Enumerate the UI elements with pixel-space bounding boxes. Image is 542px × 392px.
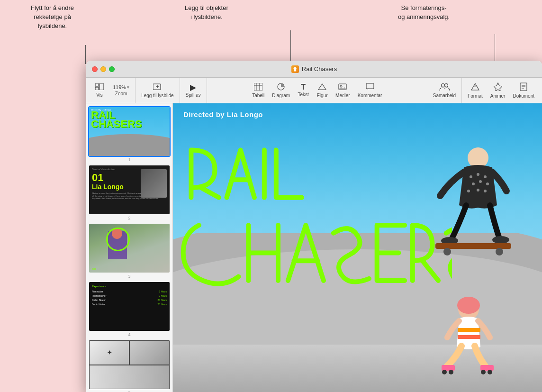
svg-rect-37 (458, 335, 480, 339)
tekst-button[interactable]: T Tekst (294, 82, 313, 99)
slide5-bg: ✦ (89, 340, 170, 389)
svg-point-30 (484, 190, 487, 192)
main-canvas: Directed by Lia Longo (173, 103, 542, 392)
girl-helmet (457, 297, 480, 314)
maximize-button[interactable] (109, 66, 115, 72)
svg-rect-0 (95, 83, 99, 86)
slide3-label: Title (92, 267, 96, 270)
toolbar-group-play: ▶ Spill av (180, 78, 207, 103)
slide-thumb-1[interactable]: RAILCHASERS Directed by Lia Longo 1 (88, 106, 171, 162)
toolbar: Vis 119% ▾ Zoom Legg til lysbilde ▶ (86, 78, 542, 103)
slide-number-3: 3 (88, 274, 171, 279)
zoom-label: Zoom (115, 91, 127, 96)
add-slide-label: Legg til lysbilde (141, 93, 173, 98)
slide-number-1: 1 (88, 157, 171, 162)
samarbeid-label: Samarbeid (433, 93, 456, 98)
dokument-button[interactable]: Dokument (509, 81, 538, 100)
slide1-ramp (89, 134, 170, 156)
slide-number-2: 2 (88, 216, 171, 220)
slide-number-4: 4 (88, 332, 171, 337)
slide-navigator[interactable]: RAILCHASERS Directed by Lia Longo 1 Dire… (86, 103, 173, 392)
zoom-value: 119% (113, 84, 126, 90)
window-title-text: Rail Chasers (302, 65, 337, 73)
slide-thumb-border-1: RAILCHASERS Directed by Lia Longo (88, 106, 171, 157)
slide-thumb-4[interactable]: Experience Filmmaker6 Years Photographer… (88, 281, 171, 337)
slide-thumb-border-2: Director's Introduction 01 Lia Longo Ska… (88, 164, 171, 215)
slide-main-content[interactable]: Directed by Lia Longo (173, 103, 542, 392)
animer-label: Animer (490, 93, 506, 99)
svg-point-22 (470, 175, 472, 178)
girl-svg (438, 295, 499, 375)
figur-button[interactable]: Figur (313, 81, 332, 100)
skater-svg (412, 129, 516, 276)
svg-point-39 (442, 370, 447, 374)
toolbar-group-format: Format Animer Dokument (462, 78, 540, 103)
svg-point-32 (492, 236, 509, 244)
vis-button[interactable]: Vis (90, 82, 109, 100)
svg-rect-36 (458, 328, 480, 332)
vis-label: Vis (96, 92, 103, 98)
medier-button[interactable]: Medier (332, 81, 354, 100)
medier-label: Medier (335, 93, 350, 98)
diagram-label: Diagram (272, 93, 290, 98)
toolbar-group-insert: Tabell Diagram T Tekst Figur (246, 78, 388, 103)
format-icon (470, 82, 480, 92)
kommentar-icon (366, 83, 374, 92)
diagram-button[interactable]: Diagram (268, 81, 294, 100)
svg-point-23 (477, 173, 479, 176)
slide1-graffiti: RAILCHASERS (91, 111, 142, 128)
slide-thumb-3[interactable]: Title 3 (88, 223, 171, 279)
svg-marker-11 (318, 84, 326, 90)
add-slide-button[interactable]: Legg til lysbilde (137, 81, 177, 100)
kommentar-label: Kommentar (358, 93, 382, 98)
toolbar-group-view: Vis 119% ▾ Zoom (88, 78, 136, 103)
kommentar-button[interactable]: Kommentar (354, 81, 386, 100)
traffic-lights (92, 66, 115, 72)
svg-point-40 (449, 370, 453, 374)
svg-point-35 (496, 248, 503, 255)
skater-area (412, 129, 516, 276)
animer-button[interactable]: Animer (487, 81, 509, 100)
samarbeid-icon (439, 83, 450, 92)
svg-point-28 (467, 190, 470, 192)
slide-thumb-border-4: Experience Filmmaker6 Years Photographer… (88, 281, 171, 332)
svg-point-43 (488, 370, 492, 374)
slide3-photo-bg: Title (89, 224, 170, 273)
table-label: Tabell (252, 93, 264, 98)
slide1-directed-by: Directed by Lia Longo (91, 109, 111, 111)
dokument-icon (520, 82, 527, 92)
slide4-table: Filmmaker6 Years Photographer9 Years Rol… (92, 290, 167, 307)
slide2-number: 01 (92, 173, 103, 183)
zoom-button[interactable]: 119% ▾ Zoom (109, 82, 133, 98)
app-window: Rail Chasers Vis 119% ▾ Zoom (86, 61, 542, 392)
svg-point-27 (486, 182, 489, 185)
zoom-chevron-icon: ▾ (127, 85, 129, 90)
svg-rect-14 (366, 83, 374, 89)
svg-marker-17 (494, 83, 502, 91)
table-icon (254, 83, 262, 92)
dokument-label: Dokument (513, 93, 534, 99)
svg-point-26 (479, 180, 482, 183)
svg-point-25 (472, 182, 475, 185)
slide-thumb-5[interactable]: ✦ 5 (88, 339, 171, 392)
minimize-button[interactable] (100, 66, 106, 72)
close-button[interactable] (92, 66, 98, 72)
slide-thumb-2[interactable]: Director's Introduction 01 Lia Longo Ska… (88, 164, 171, 220)
svg-rect-41 (480, 365, 494, 371)
slide2-photo (141, 169, 167, 198)
svg-rect-1 (95, 87, 99, 90)
keynote-app-icon (291, 65, 299, 73)
svg-rect-38 (442, 365, 455, 371)
svg-point-34 (443, 248, 451, 255)
table-button[interactable]: Tabell (248, 81, 268, 100)
animer-icon (494, 82, 502, 92)
samarbeid-button[interactable]: Samarbeid (429, 81, 460, 100)
play-button[interactable]: ▶ Spill av (182, 82, 205, 100)
slide2-section: Director's Introduction (92, 168, 115, 171)
format-button[interactable]: Format (464, 81, 487, 100)
slide5-panel-tl: ✦ (89, 340, 129, 365)
play-label: Spill av (186, 92, 201, 98)
graffiti-svg (175, 110, 452, 356)
svg-point-15 (441, 83, 444, 87)
app-body: RAILCHASERS Directed by Lia Longo 1 Dire… (86, 103, 542, 392)
